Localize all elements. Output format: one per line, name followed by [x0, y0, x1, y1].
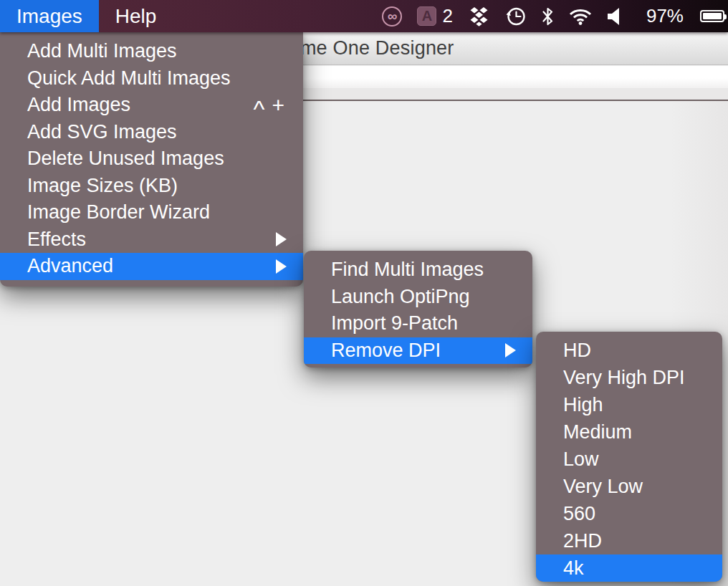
menu-item-label: Image Sizes (KB): [27, 175, 178, 197]
menubar-item-help[interactable]: Help: [99, 0, 173, 32]
menubar-status-area: ∞ A 2: [382, 0, 728, 32]
menu-item-low[interactable]: Low: [536, 446, 722, 473]
menubar-item-images[interactable]: Images: [0, 0, 99, 32]
menu-item-2hd[interactable]: 2HD: [536, 527, 722, 554]
menu-item-label: Import 9-Patch: [331, 312, 458, 335]
menu-item-image-sizes-kb[interactable]: Image Sizes (KB): [0, 173, 303, 200]
bluetooth-icon[interactable]: [542, 6, 554, 27]
menu-item-label: Add SVG Images: [27, 121, 177, 143]
submenu-arrow-icon: [276, 259, 287, 274]
menu-item-4k[interactable]: 4k: [536, 554, 722, 582]
menubar-item-label: Images: [16, 5, 82, 28]
volume-icon[interactable]: [607, 7, 621, 26]
creative-cloud-icon[interactable]: ∞: [382, 6, 402, 27]
menu-item-quick-add-multi-images[interactable]: Quick Add Multi Images: [0, 65, 303, 92]
menubar-item-label: Help: [115, 5, 157, 28]
menu-item-label: Image Border Wizard: [27, 201, 210, 224]
menu-item-label: HD: [563, 340, 591, 362]
menu-item-advanced[interactable]: Advanced: [0, 253, 303, 280]
menu-item-label: Remove DPI: [331, 340, 441, 362]
menu-item-effects[interactable]: Effects: [0, 226, 303, 254]
menu-item-delete-unused-images[interactable]: Delete Unused Images: [0, 145, 303, 173]
menu-item-label: Effects: [27, 229, 86, 251]
menu-item-high[interactable]: High: [536, 391, 722, 418]
keyboard-shortcut: ^ +: [254, 93, 285, 117]
adobe-badge-count: 2: [442, 5, 452, 27]
menu-item-add-images[interactable]: Add Images ^ +: [0, 92, 303, 119]
menu-item-label: Add Images: [27, 94, 130, 116]
menu-item-label: 560: [563, 503, 595, 525]
submenu-arrow-icon: [505, 343, 516, 357]
menu-item-very-low[interactable]: Very Low: [536, 473, 722, 500]
battery-indicator[interactable]: 97%: [636, 5, 684, 27]
dropbox-icon[interactable]: [468, 6, 490, 27]
menu-item-add-multi-images[interactable]: Add Multi Images: [0, 38, 303, 65]
battery-percent: 97%: [646, 5, 684, 27]
menu-item-label: Delete Unused Images: [27, 148, 224, 170]
menu-item-label: 4k: [563, 557, 584, 580]
menu-item-very-high-dpi[interactable]: Very High DPI: [536, 364, 722, 391]
menu-item-label: Very High DPI: [563, 367, 685, 389]
menu-item-label: Very Low: [563, 476, 643, 498]
menu-item-label: Quick Add Multi Images: [27, 67, 231, 90]
menu-item-label: Add Multi Images: [27, 40, 177, 62]
adobe-app-icon[interactable]: A 2: [417, 5, 452, 27]
menu-item-label: Find Multi Images: [331, 259, 484, 281]
infinity-glyph: ∞: [382, 6, 402, 27]
menu-item-launch-optipng[interactable]: Launch OptiPng: [304, 284, 532, 311]
menu-item-label: Medium: [563, 421, 632, 443]
menu-item-hd[interactable]: HD: [536, 337, 722, 364]
wifi-icon[interactable]: [569, 8, 592, 25]
menu-item-find-multi-images[interactable]: Find Multi Images: [304, 256, 532, 284]
menu-item-image-border-wizard[interactable]: Image Border Wizard: [0, 199, 303, 226]
menubar: Images Help ∞ A 2: [0, 0, 728, 32]
menu-item-label: 2HD: [563, 530, 602, 552]
battery-icon[interactable]: [699, 10, 724, 22]
menu-item-remove-dpi[interactable]: Remove DPI: [304, 337, 532, 365]
images-menu: Add Multi Images Quick Add Multi Images …: [0, 32, 303, 287]
menu-item-label: Launch OptiPng: [331, 286, 470, 308]
menu-item-medium[interactable]: Medium: [536, 418, 722, 446]
advanced-submenu: Find Multi Images Launch OptiPng Import …: [304, 251, 532, 368]
menu-item-label: Advanced: [27, 255, 113, 277]
remove-dpi-submenu: HD Very High DPI High Medium Low Very Lo…: [536, 332, 722, 582]
menu-item-560[interactable]: 560: [536, 500, 722, 527]
menu-item-label: Low: [563, 448, 599, 471]
menu-item-add-svg-images[interactable]: Add SVG Images: [0, 119, 303, 146]
menu-item-import-9-patch[interactable]: Import 9-Patch: [304, 310, 532, 337]
time-machine-icon[interactable]: [505, 6, 527, 27]
submenu-arrow-icon: [276, 232, 287, 246]
menu-item-label: High: [563, 394, 603, 416]
adobe-a-glyph: A: [417, 6, 436, 26]
